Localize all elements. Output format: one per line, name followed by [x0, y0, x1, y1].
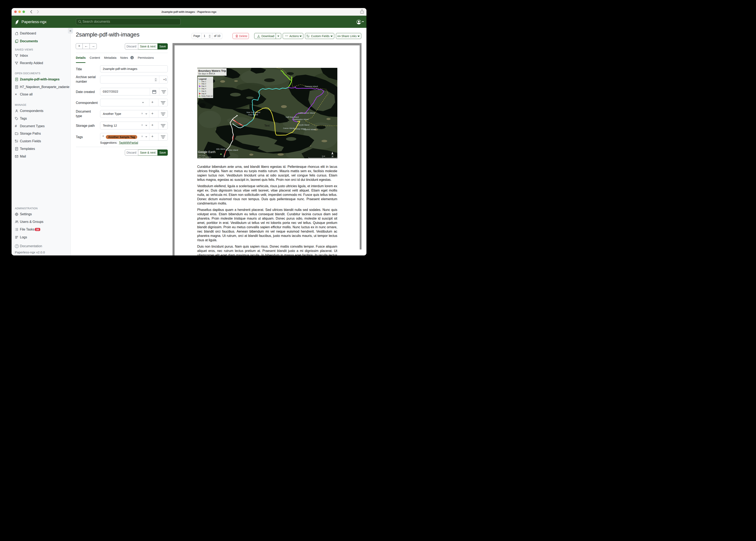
svg-text:Charlies Island: Charlies Island — [226, 149, 238, 151]
svg-text:Half Dog Island: Half Dog Island — [286, 116, 299, 118]
svg-text:Hausons Island: Hausons Island — [305, 85, 318, 87]
svg-text:Washington Island: Washington Island — [293, 118, 308, 120]
svg-text:Canoe Island: Canoe Island — [283, 127, 294, 129]
svg-text:Day 6: Day 6 — [201, 92, 206, 94]
svg-text:Day 3: Day 3 — [201, 85, 206, 87]
svg-text:Boundary Waters Trip: Boundary Waters Trip — [198, 69, 226, 72]
svg-text:© 2017 Google: © 2017 Google — [198, 155, 205, 156]
svg-text:Mile Island: Mile Island — [216, 148, 225, 150]
svg-text:3 mi: 3 mi — [322, 155, 325, 157]
svg-text:New York Island: New York Island — [247, 111, 260, 113]
svg-text:Text: Text — [264, 124, 270, 127]
svg-text:Day 1: Day 1 — [201, 80, 206, 82]
svg-text:Google Earth: Google Earth — [198, 150, 215, 154]
svg-text:Entry Point 24: Entry Point 24 — [201, 95, 213, 97]
svg-text:Day 5: Day 5 — [201, 90, 206, 92]
svg-text:Day 4: Day 4 — [201, 88, 206, 90]
svg-text:Squirrel Island: Squirrel Island — [304, 129, 316, 131]
svg-text:N: N — [331, 155, 334, 158]
svg-text:Day 2: Day 2 — [201, 83, 206, 85]
svg-text:Gary Island: Gary Island — [248, 114, 258, 116]
svg-text:Six days in BWCA: Six days in BWCA — [198, 73, 215, 75]
svg-text:Lincoln Island: Lincoln Island — [298, 124, 309, 126]
svg-text:Indian Grave Island: Indian Grave Island — [298, 112, 315, 114]
svg-text:Image © 2017 DigitalGlobe: Image © 2017 DigitalGlobe — [198, 157, 211, 158]
svg-text:Legend: Legend — [199, 78, 206, 80]
